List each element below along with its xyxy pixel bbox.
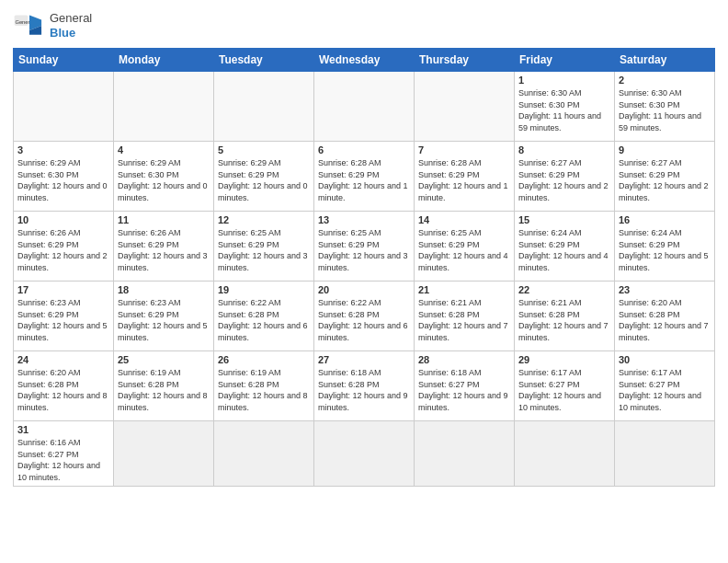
- calendar-cell: 1Sunrise: 6:30 AM Sunset: 6:30 PM Daylig…: [515, 72, 615, 142]
- day-info: Sunrise: 6:25 AM Sunset: 6:29 PM Dayligh…: [218, 227, 310, 273]
- col-tuesday: Tuesday: [214, 49, 314, 72]
- day-number: 27: [318, 354, 410, 365]
- calendar-week-row: 3Sunrise: 6:29 AM Sunset: 6:30 PM Daylig…: [14, 142, 715, 212]
- calendar-cell: 15Sunrise: 6:24 AM Sunset: 6:29 PM Dayli…: [515, 212, 615, 282]
- day-info: Sunrise: 6:20 AM Sunset: 6:28 PM Dayligh…: [619, 297, 711, 343]
- day-number: 22: [518, 284, 610, 295]
- calendar-cell: [14, 72, 114, 142]
- day-number: 17: [17, 284, 109, 295]
- calendar-cell: 11Sunrise: 6:26 AM Sunset: 6:29 PM Dayli…: [114, 212, 214, 282]
- calendar-cell: [515, 421, 615, 487]
- day-number: 20: [318, 284, 410, 295]
- day-number: 19: [218, 284, 310, 295]
- calendar-table: Sunday Monday Tuesday Wednesday Thursday…: [13, 48, 715, 487]
- day-number: 11: [118, 214, 210, 225]
- day-info: Sunrise: 6:29 AM Sunset: 6:29 PM Dayligh…: [218, 157, 310, 203]
- calendar-cell: 8Sunrise: 6:27 AM Sunset: 6:29 PM Daylig…: [515, 142, 615, 212]
- calendar-week-row: 17Sunrise: 6:23 AM Sunset: 6:29 PM Dayli…: [14, 282, 715, 351]
- day-number: 9: [619, 144, 711, 155]
- day-number: 28: [418, 354, 510, 365]
- calendar-cell: 10Sunrise: 6:26 AM Sunset: 6:29 PM Dayli…: [14, 212, 114, 282]
- calendar-cell: 28Sunrise: 6:18 AM Sunset: 6:27 PM Dayli…: [415, 351, 515, 421]
- day-number: 1: [518, 75, 610, 86]
- day-number: 2: [619, 75, 711, 86]
- calendar-cell: [314, 72, 415, 142]
- calendar-cell: 3Sunrise: 6:29 AM Sunset: 6:30 PM Daylig…: [14, 142, 114, 212]
- day-number: 26: [218, 354, 310, 365]
- day-info: Sunrise: 6:27 AM Sunset: 6:29 PM Dayligh…: [518, 157, 610, 203]
- day-info: Sunrise: 6:23 AM Sunset: 6:29 PM Dayligh…: [17, 297, 109, 343]
- day-info: Sunrise: 6:20 AM Sunset: 6:28 PM Dayligh…: [17, 367, 109, 413]
- calendar-cell: 31Sunrise: 6:16 AM Sunset: 6:27 PM Dayli…: [14, 421, 114, 487]
- day-number: 5: [218, 144, 310, 155]
- calendar-cell: 21Sunrise: 6:21 AM Sunset: 6:28 PM Dayli…: [415, 282, 515, 351]
- day-info: Sunrise: 6:17 AM Sunset: 6:27 PM Dayligh…: [619, 367, 711, 413]
- day-info: Sunrise: 6:21 AM Sunset: 6:28 PM Dayligh…: [418, 297, 510, 343]
- day-info: Sunrise: 6:21 AM Sunset: 6:28 PM Dayligh…: [518, 297, 610, 343]
- header: General General Blue: [13, 9, 715, 42]
- day-number: 7: [418, 144, 510, 155]
- calendar-cell: [415, 421, 515, 487]
- calendar-cell: [214, 421, 314, 487]
- day-info: Sunrise: 6:26 AM Sunset: 6:29 PM Dayligh…: [17, 227, 109, 273]
- calendar-cell: [214, 72, 314, 142]
- day-number: 30: [619, 354, 711, 365]
- calendar-cell: 2Sunrise: 6:30 AM Sunset: 6:30 PM Daylig…: [615, 72, 715, 142]
- col-wednesday: Wednesday: [314, 49, 415, 72]
- calendar-cell: 27Sunrise: 6:18 AM Sunset: 6:28 PM Dayli…: [314, 351, 415, 421]
- calendar-cell: 18Sunrise: 6:23 AM Sunset: 6:29 PM Dayli…: [114, 282, 214, 351]
- calendar-cell: 22Sunrise: 6:21 AM Sunset: 6:28 PM Dayli…: [515, 282, 615, 351]
- day-number: 18: [118, 284, 210, 295]
- calendar-cell: 26Sunrise: 6:19 AM Sunset: 6:28 PM Dayli…: [214, 351, 314, 421]
- logo-text-block: General Blue: [50, 11, 92, 40]
- calendar-cell: 25Sunrise: 6:19 AM Sunset: 6:28 PM Dayli…: [114, 351, 214, 421]
- logo-general: General: [50, 11, 92, 26]
- calendar-cell: 29Sunrise: 6:17 AM Sunset: 6:27 PM Dayli…: [515, 351, 615, 421]
- page: General General Blue Sunday Monday Tuesd…: [0, 0, 728, 563]
- day-number: 23: [619, 284, 711, 295]
- day-info: Sunrise: 6:26 AM Sunset: 6:29 PM Dayligh…: [118, 227, 210, 273]
- day-info: Sunrise: 6:23 AM Sunset: 6:29 PM Dayligh…: [118, 297, 210, 343]
- day-info: Sunrise: 6:17 AM Sunset: 6:27 PM Dayligh…: [518, 367, 610, 413]
- day-number: 21: [418, 284, 510, 295]
- col-thursday: Thursday: [415, 49, 515, 72]
- day-info: Sunrise: 6:18 AM Sunset: 6:27 PM Dayligh…: [418, 367, 510, 413]
- day-info: Sunrise: 6:30 AM Sunset: 6:30 PM Dayligh…: [518, 87, 610, 133]
- day-info: Sunrise: 6:25 AM Sunset: 6:29 PM Dayligh…: [418, 227, 510, 273]
- calendar-cell: 16Sunrise: 6:24 AM Sunset: 6:29 PM Dayli…: [615, 212, 715, 282]
- day-number: 10: [17, 214, 109, 225]
- calendar-week-row: 31Sunrise: 6:16 AM Sunset: 6:27 PM Dayli…: [14, 421, 715, 487]
- day-info: Sunrise: 6:27 AM Sunset: 6:29 PM Dayligh…: [619, 157, 711, 203]
- day-info: Sunrise: 6:22 AM Sunset: 6:28 PM Dayligh…: [218, 297, 310, 343]
- day-number: 14: [418, 214, 510, 225]
- logo: General General Blue: [13, 9, 92, 42]
- day-info: Sunrise: 6:18 AM Sunset: 6:28 PM Dayligh…: [318, 367, 410, 413]
- day-number: 4: [118, 144, 210, 155]
- calendar-cell: 12Sunrise: 6:25 AM Sunset: 6:29 PM Dayli…: [214, 212, 314, 282]
- day-number: 24: [17, 354, 109, 365]
- calendar-cell: 6Sunrise: 6:28 AM Sunset: 6:29 PM Daylig…: [314, 142, 415, 212]
- generalblue-logo-icon: General: [13, 9, 46, 42]
- calendar-cell: 5Sunrise: 6:29 AM Sunset: 6:29 PM Daylig…: [214, 142, 314, 212]
- col-saturday: Saturday: [615, 49, 715, 72]
- calendar-week-row: 1Sunrise: 6:30 AM Sunset: 6:30 PM Daylig…: [14, 72, 715, 142]
- day-number: 6: [318, 144, 410, 155]
- calendar-header-row: Sunday Monday Tuesday Wednesday Thursday…: [14, 49, 715, 72]
- calendar-cell: 13Sunrise: 6:25 AM Sunset: 6:29 PM Dayli…: [314, 212, 415, 282]
- day-number: 31: [17, 424, 109, 435]
- day-info: Sunrise: 6:29 AM Sunset: 6:30 PM Dayligh…: [17, 157, 109, 203]
- calendar-cell: [314, 421, 415, 487]
- day-number: 25: [118, 354, 210, 365]
- day-number: 12: [218, 214, 310, 225]
- calendar-cell: 24Sunrise: 6:20 AM Sunset: 6:28 PM Dayli…: [14, 351, 114, 421]
- day-info: Sunrise: 6:24 AM Sunset: 6:29 PM Dayligh…: [518, 227, 610, 273]
- day-number: 3: [17, 144, 109, 155]
- day-info: Sunrise: 6:19 AM Sunset: 6:28 PM Dayligh…: [118, 367, 210, 413]
- calendar-cell: 14Sunrise: 6:25 AM Sunset: 6:29 PM Dayli…: [415, 212, 515, 282]
- day-info: Sunrise: 6:25 AM Sunset: 6:29 PM Dayligh…: [318, 227, 410, 273]
- day-number: 16: [619, 214, 711, 225]
- day-number: 15: [518, 214, 610, 225]
- calendar-cell: [114, 72, 214, 142]
- calendar-cell: [114, 421, 214, 487]
- calendar-cell: 20Sunrise: 6:22 AM Sunset: 6:28 PM Dayli…: [314, 282, 415, 351]
